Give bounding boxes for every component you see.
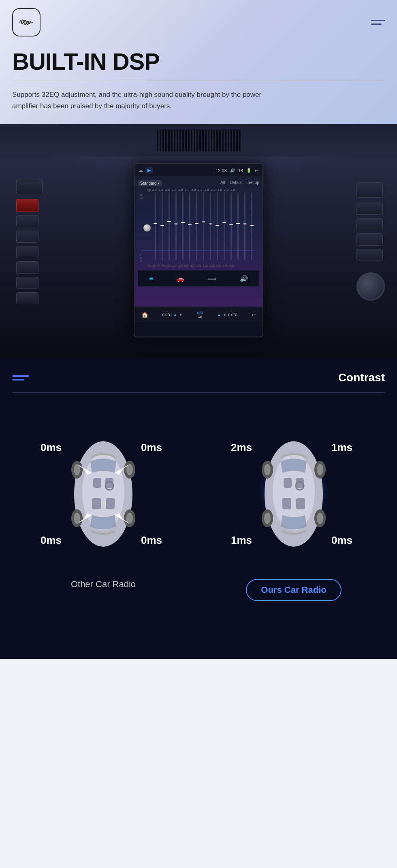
svg-point-24 [264, 464, 271, 475]
other-car-wrapper: 0ms 0ms 0ms 0ms [41, 417, 166, 571]
vent-slot [185, 129, 187, 152]
title-divider [12, 81, 385, 81]
vent-slot [168, 129, 170, 152]
contrast-title: Contrast [338, 371, 385, 384]
tablet-status-bar: ☁ ▶ 12:03 🔊 18 🔋 ↩ [134, 164, 263, 177]
freq-val-125: 125 [166, 264, 171, 267]
right-control-3[interactable] [356, 233, 383, 246]
eq-flat-line [142, 250, 255, 251]
eq-tab-default[interactable]: Default [230, 180, 243, 186]
logo-icon[interactable] [12, 8, 41, 36]
q-val-10: 2.0 [218, 188, 222, 192]
freq-val-800: 800 [190, 264, 195, 267]
freq-val-8k: 8.0k [229, 264, 234, 267]
tablet-battery-icon: 🔋 [246, 168, 251, 173]
freq-val-2k: 2.0k [209, 264, 214, 267]
tablet-eq-area: Standard ▾ All Default Set up Q: 2.0 2.0… [134, 177, 263, 307]
vent-slot [205, 129, 207, 152]
eq-tab-all[interactable]: All [220, 180, 225, 186]
other-car-timing-bottom-right: 0ms [141, 534, 162, 547]
tablet-home-icon[interactable]: 🏠 [141, 311, 148, 318]
right-control-1[interactable] [356, 203, 383, 215]
right-control-top[interactable] [356, 182, 383, 198]
q-val-3: 2.0 [172, 188, 176, 192]
ac-control: A/C 18 [197, 311, 203, 319]
q-val-9: 2.0 [211, 188, 216, 192]
control-button-mid6[interactable] [16, 292, 38, 304]
hamburger-menu-icon[interactable] [371, 20, 385, 25]
control-button-mid4[interactable] [16, 261, 38, 274]
car-interior-background: ☁ ▶ 12:03 🔊 18 🔋 ↩ Standard ▾ [0, 124, 397, 359]
bottom-padding [0, 643, 397, 659]
svg-rect-5 [106, 498, 115, 509]
other-car-comparison: 0ms 0ms 0ms 0ms [12, 417, 194, 590]
vent-slot [216, 129, 218, 152]
control-button-red[interactable] [16, 199, 38, 212]
ours-car-timing-bottom-right: 0ms [331, 534, 352, 547]
vent-slot [162, 129, 164, 152]
vent-slot [222, 129, 224, 152]
q-val-11: 2.0 [224, 188, 228, 192]
tablet-bottom-bar: 🏠 0.0°C ▲ ▼ A/C 18 ▲ ▼ 0.0°C ↩ [134, 307, 263, 322]
ours-car-timing-top-left: 2ms [231, 441, 252, 454]
control-button-top[interactable] [16, 179, 43, 194]
vent-slot [188, 129, 190, 152]
vent-slot [233, 129, 235, 152]
car-vent-area [0, 124, 397, 156]
eq-sliders-container: 16 10 4 -6 -9 [138, 192, 259, 263]
temp-right-value: 0.0°C [228, 312, 238, 316]
freq-val-50: 50 [157, 264, 160, 267]
ours-car-comparison: 2ms 1ms 1ms 0ms [203, 417, 385, 601]
svg-point-28 [264, 513, 271, 524]
dsp-tablet-screen[interactable]: ☁ ▶ 12:03 🔊 18 🔋 ↩ Standard ▾ [134, 163, 263, 338]
vent-slot [196, 129, 198, 152]
subtitle-text: Supports 32EQ adjustment, and the ultra-… [12, 89, 288, 124]
vent-slot [179, 129, 181, 152]
vent-slot [219, 129, 221, 152]
dsp-image-section: ☁ ▶ 12:03 🔊 18 🔋 ↩ Standard ▾ [0, 124, 397, 359]
vent-slot [211, 129, 212, 152]
page-title: BUILT-IN DSP [12, 49, 385, 75]
eq-nav-icon-4[interactable]: 🔊 [240, 275, 248, 282]
freq-val-1k: 1.0k [196, 264, 201, 267]
freq-val-500: 500 [184, 264, 189, 267]
freq-val-30: 30 [152, 264, 155, 267]
eq-nav-icon-1[interactable]: ≡ [149, 274, 154, 283]
vent-slot [231, 129, 232, 152]
right-volume-knob[interactable] [356, 272, 385, 301]
vent-slot [199, 129, 201, 152]
vent-slot [157, 129, 158, 152]
right-control-2[interactable] [356, 218, 383, 230]
ours-car-svg [253, 429, 334, 559]
eq-tab-setup[interactable]: Set up [248, 180, 259, 186]
comparison-cars-area: 0ms 0ms 0ms 0ms [12, 409, 385, 609]
svg-rect-2 [93, 478, 101, 488]
tablet-back-icon[interactable]: ↩ [254, 167, 258, 173]
right-control-4[interactable] [356, 249, 383, 261]
car-controls-left [16, 179, 43, 304]
car-controls-right [356, 182, 385, 301]
tablet-back-btn[interactable]: ↩ [252, 312, 256, 317]
vent-slot [208, 129, 209, 152]
freq-val-3k: 3.0k [216, 264, 221, 267]
control-button-mid1[interactable] [16, 215, 38, 227]
ours-car-label-button[interactable]: Ours Car Radio [246, 579, 341, 601]
vent-slot [225, 129, 226, 152]
vent-slot [160, 129, 161, 152]
temp-right-display: ▲ ▼ 0.0°C [217, 312, 237, 317]
svg-point-30 [317, 513, 323, 524]
freq-val-200: 200 [172, 264, 177, 267]
vent-slot [177, 129, 178, 152]
q-val-12: 2.0 [231, 188, 235, 192]
eq-nav-icon-2[interactable]: 🚗 [176, 275, 184, 282]
contrast-section-icon [12, 375, 29, 381]
q-val-7: 2.0 [198, 188, 202, 192]
temp-center-value: 18 [197, 315, 203, 319]
other-car-timing-top-left: 0ms [41, 441, 62, 454]
vent-slot [182, 129, 184, 152]
control-button-mid2[interactable] [16, 231, 38, 243]
control-button-mid3[interactable] [16, 246, 38, 258]
control-button-mid5[interactable] [16, 277, 38, 289]
eq-nav-icon-3[interactable]: ⟹ [207, 275, 217, 282]
vent-slot [228, 129, 229, 152]
